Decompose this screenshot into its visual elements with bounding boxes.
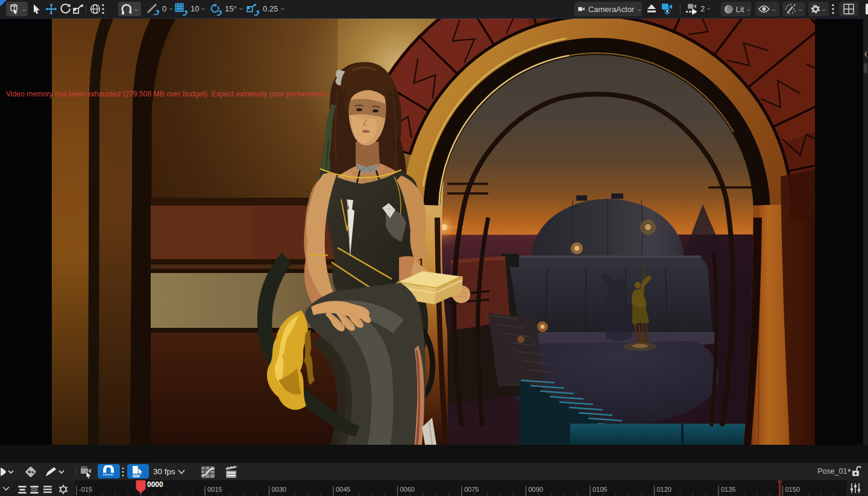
svg-text:0015: 0015 [207, 486, 222, 493]
svg-text:0075: 0075 [464, 486, 479, 493]
svg-text:0060: 0060 [400, 486, 415, 493]
svg-text:0150: 0150 [785, 486, 800, 493]
svg-text:0045: 0045 [336, 486, 350, 493]
svg-text:-015: -015 [79, 486, 92, 493]
svg-text:Video memory has been exhauste: Video memory has been exhausted (279.508… [6, 90, 329, 98]
svg-text:0120: 0120 [657, 486, 671, 493]
svg-text:0000: 0000 [147, 480, 163, 489]
svg-text:0030: 0030 [272, 486, 286, 493]
svg-text:0105: 0105 [593, 486, 607, 493]
svg-text:0135: 0135 [721, 486, 735, 493]
svg-text:0090: 0090 [529, 486, 543, 493]
